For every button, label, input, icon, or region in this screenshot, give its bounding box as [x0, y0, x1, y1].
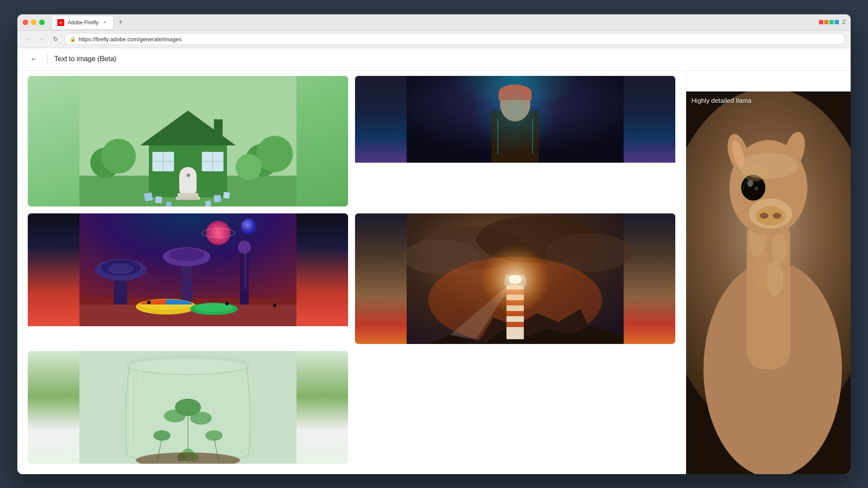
maximize-window-button[interactable]	[39, 20, 45, 25]
tab-area: A Adobe Firefly × +	[52, 16, 815, 29]
svg-rect-19	[178, 193, 198, 197]
gallery-area: Highly detailed llama	[17, 71, 851, 474]
llama-svg	[686, 92, 851, 474]
svg-rect-73	[506, 322, 524, 327]
svg-point-53	[238, 241, 251, 254]
svg-point-5	[256, 136, 293, 172]
side-panel-input[interactable]	[693, 77, 844, 84]
address-bar: ← → ↻ 🔒 https://firefly.adobe.com/genera…	[17, 31, 851, 48]
svg-point-59	[225, 302, 229, 305]
svg-point-102	[766, 261, 784, 296]
browser-window: A Adobe Firefly × + Z ← → ↻ 🔒 https://fi…	[17, 14, 851, 474]
minimize-window-button[interactable]	[31, 20, 36, 25]
panel-content: Highly detailed llama	[686, 71, 851, 474]
svg-rect-25	[205, 200, 211, 206]
svg-point-47	[108, 264, 134, 274]
svg-rect-52	[244, 250, 247, 289]
page-header: ← Text to image (Beta)	[17, 48, 851, 71]
page-title: Text to image (Beta)	[54, 55, 116, 63]
image-card-lighthouse[interactable]	[355, 213, 675, 344]
alien-city-svg	[28, 213, 348, 326]
gallery-main	[17, 71, 686, 474]
image-card-llama[interactable]: Highly detailed llama	[686, 92, 851, 474]
svg-rect-10	[187, 174, 190, 177]
color-dot-1	[819, 20, 823, 24]
svg-point-60	[273, 304, 276, 307]
title-bar: A Adobe Firefly × + Z	[17, 14, 851, 31]
tab-close-button[interactable]: ×	[102, 20, 108, 26]
svg-point-100	[771, 233, 787, 263]
svg-point-106	[760, 213, 769, 219]
svg-point-41	[241, 219, 256, 234]
svg-rect-18	[176, 197, 200, 200]
svg-rect-17	[214, 119, 223, 141]
svg-rect-9	[179, 167, 197, 197]
close-window-button[interactable]	[23, 20, 28, 25]
color-dot-4	[835, 20, 839, 24]
url-text: https://firefly.adobe.com/generate/image…	[79, 36, 182, 43]
color-dot-2	[824, 20, 829, 24]
svg-point-58	[147, 301, 151, 304]
llama-image-label: Highly detailed llama	[691, 97, 751, 104]
image-card-terrarium[interactable]	[28, 351, 348, 464]
lighthouse-svg	[355, 213, 675, 344]
svg-rect-22	[214, 195, 221, 202]
side-panel-header	[686, 71, 851, 92]
svg-point-107	[773, 213, 781, 219]
svg-point-111	[755, 187, 758, 190]
svg-point-85	[190, 412, 212, 425]
browser-controls-right: Z	[819, 19, 845, 25]
color-profile-dots	[819, 20, 839, 24]
image-card-alien-city[interactable]	[28, 213, 348, 344]
url-bar[interactable]: 🔒 https://firefly.adobe.com/generate/ima…	[64, 33, 845, 45]
svg-point-89	[205, 430, 223, 441]
lock-icon: 🔒	[70, 36, 76, 42]
tab-title: Adobe Firefly	[68, 20, 99, 26]
gallery-side-panel: Highly detailed llama	[686, 71, 851, 474]
svg-point-39	[206, 221, 230, 245]
svg-rect-20	[144, 192, 153, 201]
image-card-house[interactable]	[28, 76, 348, 206]
forward-button[interactable]: →	[36, 34, 47, 44]
tab-favicon: A	[57, 19, 64, 26]
svg-rect-23	[223, 192, 230, 199]
house-svg	[28, 76, 348, 206]
refresh-button[interactable]: ↻	[50, 34, 61, 44]
image-card-scifi-person[interactable]	[355, 76, 675, 206]
adobe-logo-icon: A	[57, 19, 64, 26]
header-divider	[47, 54, 47, 64]
svg-point-84	[164, 409, 186, 422]
svg-point-3	[101, 139, 136, 174]
tab-adobe-firefly[interactable]: A Adobe Firefly ×	[52, 16, 114, 29]
svg-point-50	[169, 248, 204, 261]
svg-rect-21	[155, 196, 162, 203]
color-dot-3	[829, 20, 834, 24]
traffic-lights	[23, 20, 45, 25]
content-area: ← Text to image (Beta)	[17, 48, 851, 474]
new-tab-button[interactable]: +	[115, 17, 126, 27]
svg-point-6	[236, 154, 262, 180]
browser-zoom-indicator: Z	[842, 19, 845, 25]
svg-point-87	[153, 430, 171, 441]
back-button[interactable]: ←	[23, 34, 33, 44]
terrarium-svg	[28, 351, 348, 464]
svg-point-116	[743, 164, 769, 181]
page-back-button[interactable]: ←	[28, 53, 40, 65]
